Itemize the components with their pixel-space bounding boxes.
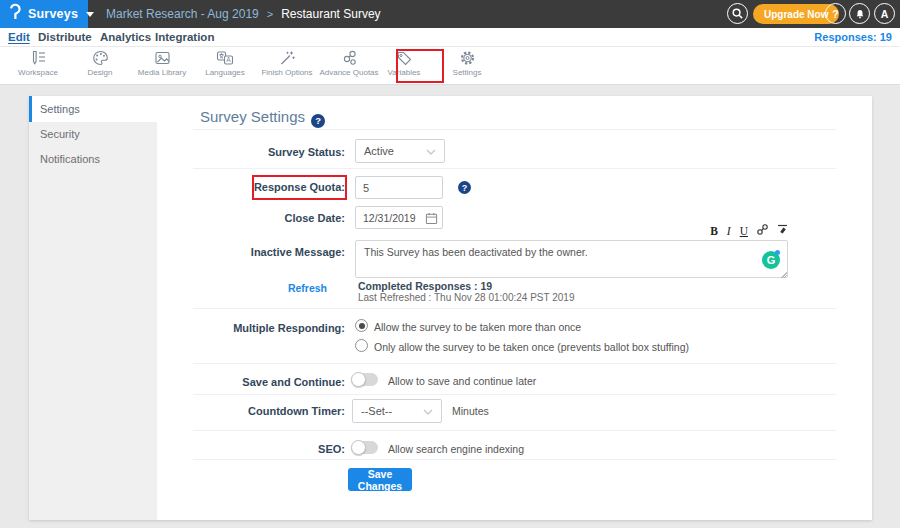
bold-icon[interactable]: B [710,225,718,237]
toolbar-item-label: Design [88,68,113,77]
response-quota-input[interactable] [355,176,443,199]
radio-once-only-label: Only allow the survey to be taken once (… [374,341,689,353]
settings-sidebar: Settings Security Notifications [29,96,157,520]
toolbar-item-label: Workspace [18,68,58,77]
text-format-toolbar: B I U [710,224,788,237]
media-library-icon [154,50,171,66]
toolbar-item-variables[interactable]: Variables [372,50,436,83]
tab-analytics[interactable]: Analytics [100,28,151,47]
help-icon[interactable]: ? [825,3,846,24]
survey-status-select[interactable]: Active [355,139,445,163]
divider [193,394,836,395]
radio-once-only[interactable] [355,339,368,352]
settings-gear-icon [459,50,476,66]
save-changes-button[interactable]: Save Changes [348,468,412,491]
toolbar-item-label: Variables [388,68,421,77]
refresh-link[interactable]: Refresh [129,282,327,294]
svg-text:A: A [226,56,231,63]
inactive-message-textarea[interactable]: This Survey has been deactivated by the … [355,240,788,278]
edit-toolbar: Workspace Design Media Library A Languag… [0,47,900,85]
settings-card: Settings Security Notifications Survey S… [29,96,872,520]
responses-count-link[interactable]: Responses: 19 [814,28,892,47]
seo-description: Allow search engine indexing [388,443,524,455]
completed-responses-text: Completed Responses : 19 [358,280,492,292]
close-date-label: Close Date: [129,212,345,224]
textarea-resize-handle[interactable] [780,271,787,278]
toolbar-item-languages[interactable]: A Languages [193,50,257,83]
languages-icon: A [216,50,234,66]
save-and-continue-label: Save and Continue: [129,376,345,388]
countdown-timer-value: --Set-- [361,405,392,417]
seo-label: SEO: [129,443,345,455]
toolbar-item-media-library[interactable]: Media Library [130,50,194,83]
surveys-menu-label: Surveys [28,7,78,21]
divider [193,363,836,364]
toolbar-item-design[interactable]: Design [68,50,132,83]
design-palette-icon [92,50,109,66]
italic-icon[interactable]: I [727,225,731,237]
chevron-down-icon [86,12,94,17]
advance-quotas-icon [341,50,358,66]
breadcrumb-current: Restaurant Survey [281,7,380,21]
divider [193,459,836,460]
multiple-responding-label: Multiple Responding: [129,322,345,334]
top-navbar: Surveys Market Research - Aug 2019 > Res… [0,0,900,28]
toolbar-item-label: Finish Options [261,68,312,77]
divider [193,430,836,431]
calendar-icon[interactable] [425,211,438,229]
tab-distribute[interactable]: Distribute [38,28,92,47]
inactive-message-label: Inactive Message: [129,246,345,258]
save-and-continue-description: Allow to save and continue later [388,375,536,387]
chevron-down-icon [423,405,433,417]
questionpro-logo-icon [8,3,22,25]
toolbar-item-workspace[interactable]: Workspace [6,50,70,83]
remove-format-icon[interactable] [777,224,788,237]
toggle-knob [351,372,366,387]
tab-edit[interactable]: Edit [8,28,30,47]
workspace-icon [30,50,47,66]
toolbar-item-settings[interactable]: Settings [435,50,499,83]
grammarly-icon[interactable]: G [762,251,780,269]
toolbar-item-label: Settings [453,68,482,77]
response-quota-help-icon[interactable]: ? [458,181,471,194]
breadcrumb-parent[interactable]: Market Research - Aug 2019 [106,7,259,21]
toolbar-item-label: Media Library [138,68,186,77]
countdown-timer-select[interactable]: --Set-- [352,399,442,423]
radio-multiple-allowed[interactable] [355,319,368,332]
search-icon[interactable] [727,3,748,24]
response-quota-label: Response Quota: [129,181,345,193]
countdown-timer-unit: Minutes [452,405,489,417]
underline-icon[interactable]: U [740,225,748,237]
breadcrumb-separator: > [267,8,273,20]
divider [193,308,836,309]
title-help-icon[interactable]: ? [311,114,325,128]
toolbar-item-label: Advance Quotas [319,68,378,77]
variables-tag-icon [396,50,413,66]
page-background: Settings Security Notifications Survey S… [0,85,900,528]
tab-integration[interactable]: Integration [155,28,214,47]
finish-options-wand-icon [279,50,296,66]
breadcrumb: Market Research - Aug 2019 > Restaurant … [106,0,381,28]
survey-status-label: Survey Status: [129,146,345,158]
countdown-timer-label: Countdown Timer: [129,405,345,417]
toolbar-item-finish-options[interactable]: Finish Options [255,50,319,83]
last-refreshed-text: Last Refreshed : Thu Nov 28 01:00:24 PST… [358,292,574,303]
toggle-knob [351,440,366,455]
save-and-continue-toggle[interactable] [352,373,378,386]
link-icon[interactable] [757,224,768,237]
survey-status-value: Active [364,145,394,157]
page-title: Survey Settings? [200,108,325,128]
notifications-bell-icon[interactable] [849,3,870,24]
avatar[interactable]: A [874,3,895,24]
toolbar-item-label: Languages [205,68,245,77]
close-date-field [355,206,443,229]
divider [193,129,836,130]
seo-toggle[interactable] [352,441,378,454]
divider [193,168,836,169]
surveys-menu[interactable]: Surveys [0,0,88,28]
survey-tab-bar: Edit Distribute Analytics Integration Re… [0,28,900,47]
chevron-down-icon [426,145,436,157]
sidebar-item-security[interactable]: Security [29,122,157,147]
radio-multiple-allowed-label: Allow the survey to be taken more than o… [374,321,581,333]
sidebar-item-settings[interactable]: Settings [29,96,157,122]
